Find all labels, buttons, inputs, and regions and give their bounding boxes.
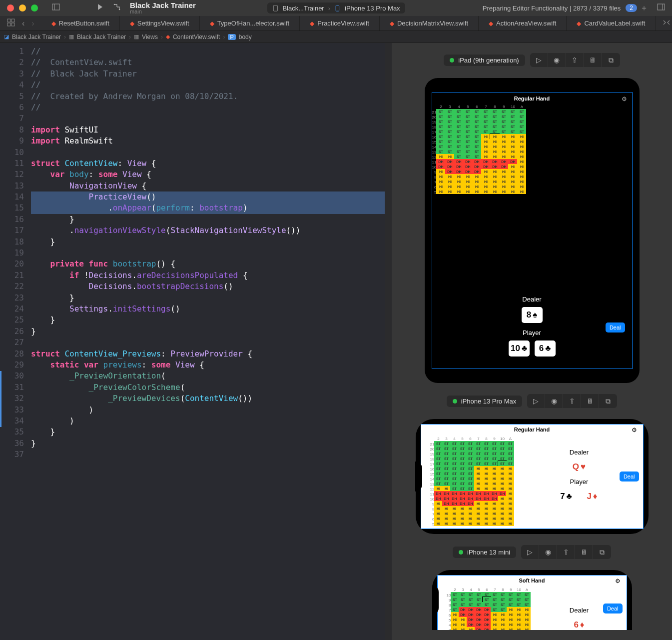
minimize-window-button[interactable] xyxy=(19,4,26,12)
gear-icon[interactable]: ⚙ xyxy=(622,96,627,102)
progress-badge[interactable]: 2 xyxy=(626,4,637,12)
tab-label: PracticeView.swift xyxy=(317,20,369,27)
device-selector-ipad[interactable]: iPad (9th generation) xyxy=(444,54,525,66)
dealer-label: Dealer xyxy=(570,448,589,456)
player-label: Player xyxy=(570,478,589,486)
iphone-mini-screen[interactable]: Soft Hand ⚙ 10987654322345678910ASTSTSTS… xyxy=(437,575,627,630)
preview-copy-button[interactable]: ⧉ xyxy=(593,545,611,559)
preview-live-button[interactable]: ◉ xyxy=(548,53,566,67)
device-toolbar-iphone-mini: iPhone 13 mini ▷◉⇪🖥⧉ xyxy=(453,545,611,559)
code-area[interactable]: //// ContentView.swift// Black Jack Trai… xyxy=(29,43,385,640)
swift-file-icon: ◆ xyxy=(166,34,170,40)
select-scheme-icon[interactable] xyxy=(113,3,121,13)
preview-display-button[interactable]: 🖥 xyxy=(575,545,593,559)
status-dot-icon xyxy=(453,399,457,404)
playing-card: J♦ xyxy=(582,488,603,504)
file-tab[interactable]: ◆DecisionMatrixView.swift xyxy=(380,16,479,30)
gear-icon[interactable]: ⚙ xyxy=(632,426,637,434)
playing-card: 10♣ xyxy=(509,340,530,356)
file-tab[interactable]: ◆SettingsView.swift xyxy=(120,16,200,30)
gear-icon[interactable]: ⚙ xyxy=(615,578,621,584)
tab-label: DecisionMatrixView.swift xyxy=(397,20,468,27)
device-toolbar-iphone-max: iPhone 13 Pro Max ▷◉⇪🖥⧉ xyxy=(447,394,618,408)
file-tab[interactable]: ◆CardValueLabel.swift xyxy=(567,16,656,30)
svg-rect-0 xyxy=(52,4,59,10)
dealer-label: Dealer xyxy=(522,296,541,303)
preview-copy-button[interactable]: ⧉ xyxy=(602,53,620,67)
device-toolbar-ipad: iPad (9th generation) ▷◉⇪🖥⧉ xyxy=(444,53,620,67)
iphone-max-screen[interactable]: Regular Hand ⚙ 2120191817161514131211109… xyxy=(421,424,644,529)
preview-pin-button[interactable]: ⇪ xyxy=(557,545,575,559)
device-name-label: iPhone 13 mini xyxy=(467,548,510,556)
crumb-1[interactable]: Black Jack Trainer xyxy=(77,34,126,40)
preview-play-button[interactable]: ▷ xyxy=(521,545,539,559)
file-tab[interactable]: ◆ResetButton.swift xyxy=(41,16,120,30)
breadcrumb[interactable]: ◪ Black Jack Trainer› ▦ Black Jack Train… xyxy=(0,31,672,43)
nav-forward-button[interactable]: › xyxy=(31,19,34,28)
crumb-4[interactable]: body xyxy=(239,34,252,40)
file-tab[interactable]: ◆ActionAreaView.swift xyxy=(479,16,567,30)
crumb-3[interactable]: ContentView.swift xyxy=(173,34,220,40)
preview-pin-button[interactable]: ⇪ xyxy=(566,53,584,67)
preview-play-button[interactable]: ▷ xyxy=(527,394,545,408)
device-name-label: iPhone 13 Pro Max xyxy=(461,398,517,405)
tabbar-right-controls xyxy=(656,16,672,30)
file-tab[interactable]: ◆TypeOfHan...elector.swift xyxy=(200,16,300,30)
decision-matrix-iphone-max: 212019181716151413121110987652345678910A… xyxy=(430,436,515,526)
nav-back-button[interactable]: ‹ xyxy=(22,19,24,28)
close-window-button[interactable] xyxy=(7,4,14,12)
related-items-button[interactable] xyxy=(7,18,15,28)
add-button[interactable]: ＋ xyxy=(640,3,648,14)
device-name-label: iPad (9th generation) xyxy=(458,56,519,64)
preview-controls-iphone-mini: ▷◉⇪🖥⧉ xyxy=(521,545,611,559)
playing-card: 6♦ xyxy=(569,617,590,630)
zoom-window-button[interactable] xyxy=(31,4,38,12)
preview-display-button[interactable]: 🖥 xyxy=(581,394,599,408)
player-cards: 10♣6♣ xyxy=(509,340,556,356)
player-cards: 7♣J♦ xyxy=(556,488,603,504)
preview-copy-button[interactable]: ⧉ xyxy=(599,394,617,408)
run-destination-selector[interactable]: Black...Trainer › iPhone 13 Pro Max xyxy=(267,2,405,14)
tab-label: TypeOfHan...elector.swift xyxy=(217,20,290,27)
activity-progress: Preparing Editor Functionality | 2873 / … xyxy=(483,4,637,12)
swift-file-icon: ◆ xyxy=(210,20,214,27)
crumb-0[interactable]: Black Jack Trainer xyxy=(12,34,61,40)
toggle-inspector-button[interactable] xyxy=(657,3,665,14)
swift-file-icon: ◆ xyxy=(310,20,314,27)
deal-button[interactable]: Deal xyxy=(606,322,625,332)
preview-live-button[interactable]: ◉ xyxy=(545,394,563,408)
iphone-mini-frame: Soft Hand ⚙ 10987654322345678910ASTSTSTS… xyxy=(432,570,632,630)
tabbar: ‹ › ◆ResetButton.swift◆SettingsView.swif… xyxy=(0,16,672,31)
status-dot-icon xyxy=(450,58,454,62)
ipad-screen[interactable]: Regular Hand ⚙ 2120191817161514131211109… xyxy=(432,92,633,369)
notch xyxy=(415,462,422,492)
deal-button[interactable]: Deal xyxy=(620,472,639,482)
target-scheme-label: Black...Trainer xyxy=(282,4,324,12)
deal-button[interactable]: Deal xyxy=(603,604,623,614)
code-editor[interactable]: 1234567891011121314151617181920212223242… xyxy=(0,43,385,640)
titlebar-right: ＋ xyxy=(640,3,665,14)
screen-title: Soft Hand xyxy=(438,578,627,584)
preview-play-button[interactable]: ▷ xyxy=(530,53,548,67)
preview-display-button[interactable]: 🖥 xyxy=(584,53,602,67)
tabbar-left-controls: ‹ › xyxy=(0,16,41,30)
toggle-navigator-button[interactable] xyxy=(52,3,60,13)
editor-scrollbar[interactable] xyxy=(385,43,392,640)
swift-file-icon: ◆ xyxy=(577,20,581,27)
preview-live-button[interactable]: ◉ xyxy=(539,545,557,559)
preview-controls-ipad: ▷◉⇪🖥⧉ xyxy=(530,53,620,67)
swift-file-icon: ◆ xyxy=(51,20,56,27)
swift-file-icon: ◆ xyxy=(489,20,493,27)
window-controls xyxy=(7,4,38,12)
crumb-2[interactable]: Views xyxy=(142,34,158,40)
preview-pin-button[interactable]: ⇪ xyxy=(563,394,581,408)
toggle-review-button[interactable] xyxy=(663,18,671,28)
device-selector-iphone-max[interactable]: iPhone 13 Pro Max xyxy=(447,396,523,407)
swift-file-icon: ◆ xyxy=(130,20,134,27)
run-button[interactable] xyxy=(96,3,104,13)
file-tab[interactable]: ◆PracticeView.swift xyxy=(300,16,380,30)
device-selector-iphone-mini[interactable]: iPhone 13 mini xyxy=(453,546,516,558)
tab-label: SettingsView.swift xyxy=(137,20,189,27)
scheme-selector[interactable]: Black Jack Trainer main xyxy=(130,2,196,14)
tab-label: CardValueLabel.swift xyxy=(584,20,645,27)
